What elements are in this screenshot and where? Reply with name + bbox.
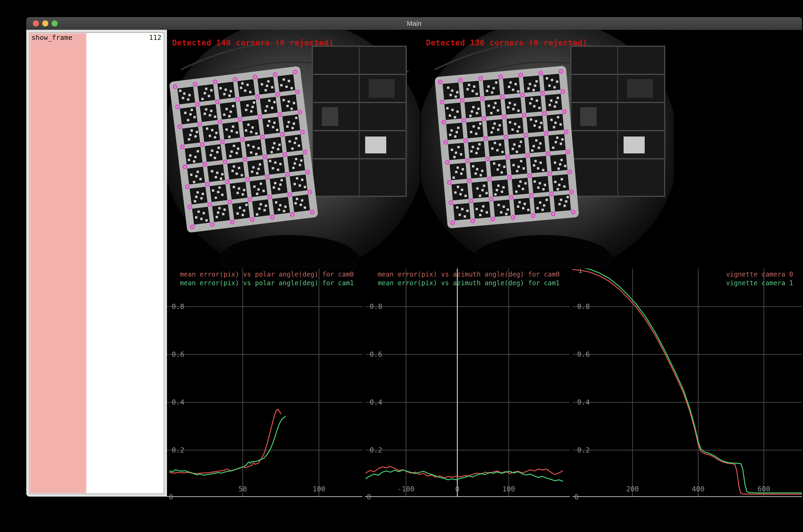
checkbox-show_corners[interactable]: show_corners — [29, 497, 164, 506]
field-value: 112 — [149, 33, 161, 42]
plot-vignette[interactable]: 0.20.40.60.820040060001vignette camera 0… — [572, 269, 802, 506]
field-label: show_frame — [32, 33, 73, 42]
control-sidebar: show_frame 112 show_corners show_corners… — [26, 30, 167, 497]
field-show_frame[interactable]: show_frame 112 — [29, 32, 164, 494]
plot-legend: mean error(pix) vs azimuth angle(deg) fo… — [378, 270, 559, 287]
minimize-button[interactable] — [42, 20, 48, 26]
legend-entry: mean error(pix) vs polar angle(deg) for … — [180, 279, 354, 287]
camera0-status: Detected 140 corners (0 rejected) — [172, 38, 334, 48]
y-tick-label: 0.8 — [172, 302, 184, 310]
y-tick-label: 0.6 — [369, 350, 382, 358]
camera1-status: Detected 136 corners (0 rejected) — [426, 38, 588, 48]
series-cam0 — [366, 466, 562, 478]
x-tick-label: 600 — [758, 485, 770, 493]
plot-legend: vignette camera 0vignette camera 1 — [726, 270, 793, 287]
plot-canvas[interactable]: 0.20.40.60.8501000 — [167, 269, 362, 506]
origin-label: 0 — [574, 493, 578, 501]
legend-entry: mean error(pix) vs polar angle(deg) for … — [180, 270, 354, 279]
plot-error-vs-polar[interactable]: 0.20.40.60.8501000mean error(pix) vs pol… — [167, 269, 362, 506]
plot-canvas[interactable]: 0.20.40.60.820040060001 — [572, 269, 802, 506]
plot-canvas[interactable]: 0.20.40.60.8-10001000 — [365, 269, 570, 506]
top-axis-label: 1 — [578, 269, 582, 274]
camera0-view: Detected 140 corners (0 rejected) — [167, 30, 420, 285]
y-tick-label: 0.4 — [369, 398, 382, 406]
series-cam1 — [170, 416, 285, 475]
y-tick-label: 0.2 — [172, 446, 184, 454]
y-tick-label: 0.8 — [369, 302, 382, 310]
camera0-image — [167, 30, 420, 285]
legend-entry: mean error(pix) vs azimuth angle(deg) fo… — [378, 279, 559, 287]
legend-entry: vignette camera 1 — [726, 279, 793, 287]
x-tick-label: 50 — [238, 485, 247, 493]
origin-label: 0 — [169, 493, 173, 501]
series-vignette cam0 — [572, 269, 802, 494]
x-tick-label: 100 — [312, 485, 325, 493]
y-tick-label: 0.4 — [577, 398, 590, 406]
y-tick-label: 0.4 — [172, 398, 184, 406]
series-vignette cam1 — [572, 269, 802, 493]
window-title: Main — [26, 17, 802, 30]
y-tick-label: 0.6 — [577, 350, 590, 358]
titlebar[interactable]: Main — [26, 17, 802, 30]
series-cam0 — [170, 409, 281, 474]
zoom-button[interactable] — [52, 20, 58, 26]
y-tick-label: 0.2 — [369, 446, 382, 454]
close-button[interactable] — [33, 20, 39, 26]
camera1-view: Detected 136 corners (0 rejected) — [421, 30, 673, 285]
drag-fill — [30, 33, 86, 493]
x-tick-label: 400 — [692, 485, 705, 493]
legend-entry: vignette camera 0 — [726, 270, 793, 279]
plot-legend: mean error(pix) vs polar angle(deg) for … — [180, 270, 354, 287]
y-tick-label: 0.8 — [577, 302, 590, 310]
x-tick-label: 100 — [502, 485, 515, 493]
plot-error-vs-azimuth[interactable]: 0.20.40.60.8-10001000mean error(pix) vs … — [365, 269, 570, 506]
app-window: Main show_frame 112 show_corners show_co… — [26, 17, 802, 506]
legend-entry: mean error(pix) vs azimuth angle(deg) fo… — [378, 270, 559, 279]
camera1-image — [421, 30, 673, 285]
origin-label: 0 — [367, 493, 371, 501]
x-tick-label: 0 — [455, 485, 459, 493]
y-tick-label: 0.2 — [577, 446, 590, 454]
x-tick-label: -100 — [398, 485, 415, 493]
y-tick-label: 0.6 — [172, 350, 184, 358]
x-tick-label: 200 — [626, 485, 639, 493]
